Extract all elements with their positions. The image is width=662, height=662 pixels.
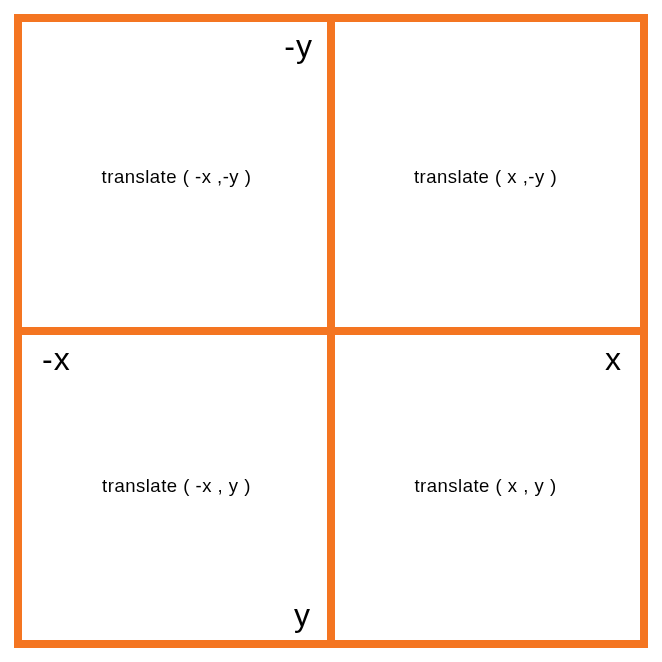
axis-label-pos-y: y — [294, 597, 311, 634]
axis-label-neg-y: -y — [284, 28, 313, 65]
quadrant-top-left: translate ( -x ,-y ) — [22, 22, 331, 331]
quadrant-top-right: translate ( x ,-y ) — [331, 22, 640, 331]
quadrant-bottom-right: translate ( x , y ) — [331, 331, 640, 640]
quadrant-label: translate ( -x ,-y ) — [102, 166, 252, 188]
quadrant-label: translate ( -x , y ) — [102, 475, 251, 497]
diagram-frame: translate ( -x ,-y ) translate ( x ,-y )… — [14, 14, 648, 648]
axis-label-pos-x: x — [605, 341, 622, 378]
quadrant-label: translate ( x , y ) — [414, 475, 556, 497]
quadrant-label: translate ( x ,-y ) — [414, 166, 557, 188]
axis-label-neg-x: -x — [42, 341, 71, 378]
